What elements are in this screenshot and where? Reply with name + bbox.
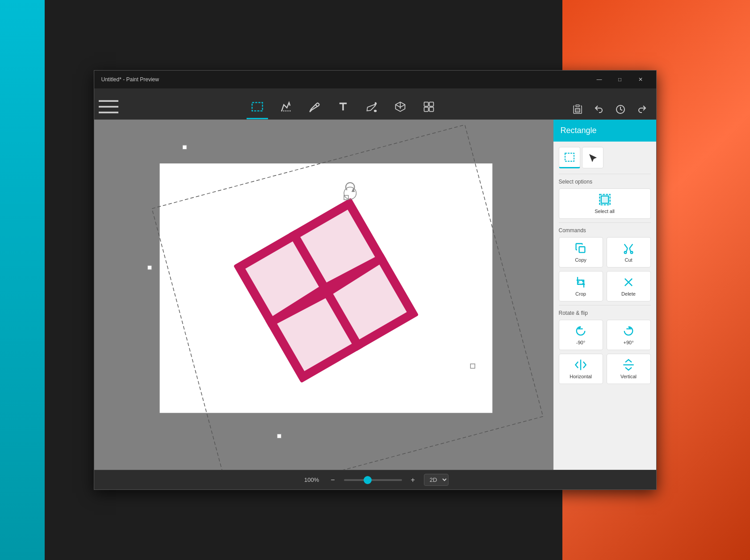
zoom-slider[interactable] bbox=[344, 479, 402, 481]
bottom-bar: 100% − + 2D 3D bbox=[94, 470, 656, 489]
handle-tl[interactable] bbox=[182, 145, 187, 150]
commands-label: Commands bbox=[559, 227, 651, 234]
tool-3d[interactable] bbox=[386, 94, 415, 119]
handle-br[interactable] bbox=[470, 364, 475, 368]
svg-rect-3 bbox=[252, 103, 262, 111]
rotate-plus90-button[interactable]: +90° bbox=[607, 320, 651, 350]
flip-vertical-button[interactable]: Vertical bbox=[607, 354, 651, 384]
svg-rect-22 bbox=[565, 153, 574, 161]
cursor-mode-btn[interactable] bbox=[582, 147, 603, 168]
rotate-flip-label: Rotate & flip bbox=[559, 310, 651, 316]
svg-rect-24 bbox=[601, 196, 608, 203]
undo-button[interactable] bbox=[589, 100, 609, 119]
flip-vertical-label: Vertical bbox=[620, 374, 637, 379]
divider2 bbox=[559, 222, 651, 223]
svg-line-31 bbox=[629, 248, 630, 251]
svg-rect-9 bbox=[429, 107, 433, 111]
canvas-area[interactable] bbox=[94, 120, 553, 470]
tool-rectangle[interactable] bbox=[243, 94, 272, 119]
rectangle-select-mode-btn[interactable] bbox=[559, 147, 580, 168]
main-window: Untitled* - Paint Preview — □ ✕ bbox=[94, 70, 657, 490]
right-panel: Rectangle Select options bbox=[553, 120, 656, 470]
select-all-button[interactable]: Select all bbox=[559, 188, 651, 219]
tool-stickers[interactable] bbox=[415, 94, 443, 119]
zoom-minus-button[interactable]: − bbox=[327, 474, 338, 486]
toolbar-action-buttons bbox=[568, 100, 652, 119]
toolbar bbox=[94, 88, 656, 120]
svg-line-28 bbox=[624, 244, 628, 248]
handle-ml[interactable] bbox=[147, 265, 152, 270]
flip-horizontal-button[interactable]: Horizontal bbox=[559, 354, 603, 384]
window-title: Untitled* - Paint Preview bbox=[100, 76, 589, 83]
svg-point-5 bbox=[374, 110, 376, 112]
select-options-row: Select all bbox=[559, 188, 651, 219]
rotate-minus90-label: -90° bbox=[576, 340, 585, 345]
tool-text[interactable] bbox=[329, 94, 357, 119]
svg-rect-8 bbox=[424, 107, 428, 111]
panel-body: Select options Select all Commands Copy bbox=[553, 142, 656, 470]
svg-point-27 bbox=[631, 251, 633, 254]
select-options-label: Select options bbox=[559, 179, 651, 185]
crop-button[interactable]: Crop bbox=[559, 271, 603, 301]
svg-rect-0 bbox=[99, 100, 118, 102]
flip-horizontal-label: Horizontal bbox=[570, 374, 592, 379]
flip-row: Horizontal Vertical bbox=[559, 354, 651, 384]
view-select[interactable]: 2D 3D bbox=[424, 474, 448, 486]
redo-button[interactable] bbox=[632, 100, 652, 119]
commands-row2: Crop Delete bbox=[559, 271, 651, 301]
commands-row1: Copy Cut bbox=[559, 237, 651, 267]
select-all-label: Select all bbox=[595, 209, 615, 214]
paste-button[interactable] bbox=[568, 100, 587, 119]
delete-button[interactable]: Delete bbox=[607, 271, 651, 301]
delete-label: Delete bbox=[621, 291, 636, 297]
tool-fill[interactable] bbox=[357, 94, 386, 119]
cut-label: Cut bbox=[624, 257, 632, 263]
svg-rect-10 bbox=[576, 105, 579, 107]
divider3 bbox=[559, 305, 651, 305]
title-bar: Untitled* - Paint Preview — □ ✕ bbox=[94, 71, 656, 88]
minimize-button[interactable]: — bbox=[589, 71, 610, 88]
rotate-minus90-button[interactable]: -90° bbox=[559, 320, 603, 350]
svg-rect-2 bbox=[99, 112, 118, 113]
handle-bc[interactable] bbox=[277, 434, 281, 439]
menu-button[interactable] bbox=[99, 94, 118, 119]
tool-brush[interactable] bbox=[300, 94, 329, 119]
close-button[interactable]: ✕ bbox=[630, 71, 651, 88]
zoom-plus-button[interactable]: + bbox=[407, 474, 419, 486]
window-controls: — □ ✕ bbox=[589, 71, 651, 88]
crop-label: Crop bbox=[575, 291, 586, 297]
main-content: Rectangle Select options bbox=[94, 120, 656, 470]
zoom-value: 100% bbox=[302, 476, 322, 483]
svg-line-30 bbox=[626, 248, 627, 251]
panel-title: Rectangle bbox=[553, 120, 656, 142]
tool-freeform[interactable] bbox=[272, 94, 300, 119]
mode-buttons bbox=[559, 147, 651, 168]
history-button[interactable] bbox=[611, 100, 630, 119]
svg-line-4 bbox=[315, 104, 317, 106]
svg-point-26 bbox=[624, 251, 627, 254]
svg-rect-25 bbox=[579, 247, 585, 253]
svg-rect-32 bbox=[578, 280, 582, 284]
svg-line-29 bbox=[629, 244, 633, 248]
svg-rect-11 bbox=[575, 109, 580, 112]
canvas-svg bbox=[94, 120, 553, 470]
svg-rect-1 bbox=[99, 106, 118, 108]
svg-rect-7 bbox=[429, 102, 433, 106]
divider1 bbox=[559, 174, 651, 174]
cut-button[interactable]: Cut bbox=[607, 237, 651, 267]
rotate-plus90-label: +90° bbox=[623, 340, 633, 345]
copy-button[interactable]: Copy bbox=[559, 237, 603, 267]
tools-group bbox=[118, 94, 568, 119]
rotate-row: -90° +90° bbox=[559, 320, 651, 350]
maximize-button[interactable]: □ bbox=[610, 71, 630, 88]
copy-label: Copy bbox=[575, 257, 587, 263]
svg-rect-6 bbox=[424, 102, 428, 106]
